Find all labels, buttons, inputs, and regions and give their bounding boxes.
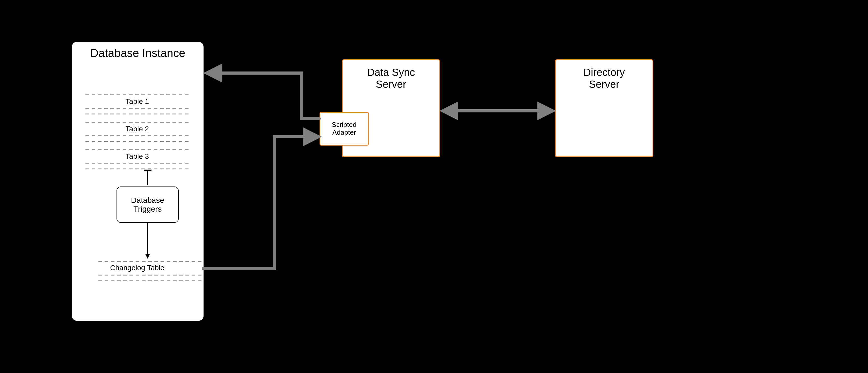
database-instance-title: Database Instance (72, 42, 204, 60)
scripted-adapter-label: Scripted Adapter (332, 121, 356, 136)
scripted-adapter-box: Scripted Adapter (319, 112, 369, 146)
arrow-changelog-to-adapter (202, 137, 311, 268)
table-2-label: Table 2 (98, 125, 176, 133)
table-3-label: Table 3 (98, 152, 176, 161)
database-triggers-label: Database Triggers (131, 196, 164, 214)
directory-server-box: Directory Server (555, 59, 653, 157)
table-1-label: Table 1 (98, 97, 176, 106)
changelog-table-label: Changelog Table (98, 264, 176, 272)
arrow-adapter-to-db (214, 73, 319, 119)
diagram-canvas: Database Instance Table 1 Table 2 Table … (0, 0, 868, 373)
directory-server-title: Directory Server (556, 60, 653, 90)
data-sync-server-title: Data Sync Server (343, 60, 439, 90)
database-instance-box: Database Instance (71, 41, 204, 321)
database-triggers-box: Database Triggers (117, 187, 179, 223)
